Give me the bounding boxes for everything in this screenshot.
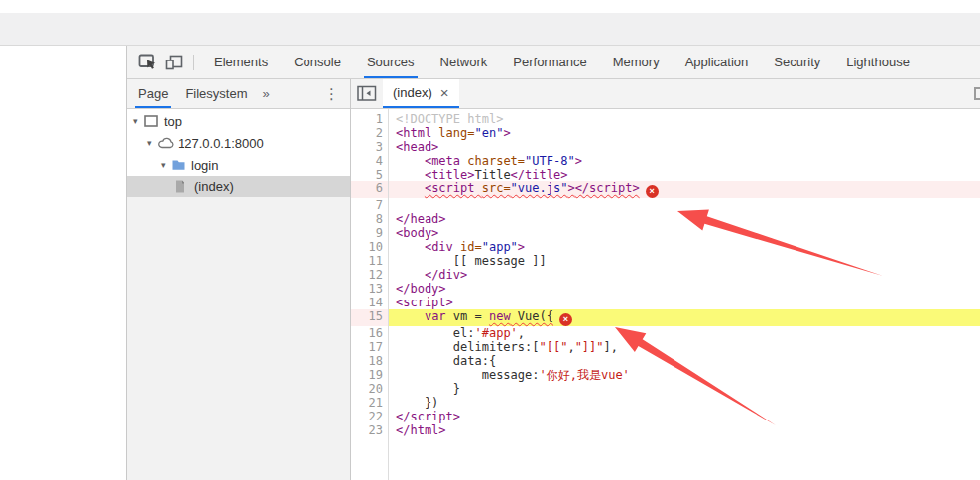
editor-tabbar: (index) × — [351, 79, 980, 109]
navigator-tab-page[interactable]: Page — [129, 79, 177, 108]
line-content[interactable]: } — [388, 382, 980, 396]
line-number[interactable]: 14 — [351, 296, 388, 309]
line-number[interactable]: 20 — [351, 382, 388, 396]
line-number[interactable]: 19 — [351, 368, 388, 382]
tab-performance[interactable]: Performance — [500, 46, 599, 78]
code-line-19: 19 message:'你好,我是vue' — [351, 368, 980, 382]
tab-overflow-chevron[interactable]: » — [257, 86, 276, 101]
navigator-tab-filesystem[interactable]: Filesystem — [177, 79, 256, 108]
navigator-panel: PageFilesystem » ⋮ ▾top▾127.0.0.1:8000▾l… — [127, 79, 351, 480]
line-content[interactable]: </head> — [388, 212, 980, 226]
tree-item-label: (index) — [191, 180, 234, 194]
line-content[interactable]: <meta charset="UTF-8"> — [388, 154, 980, 168]
tab-lighthouse[interactable]: Lighthouse — [833, 46, 922, 78]
file-tab-index[interactable]: (index) × — [383, 79, 459, 108]
line-number[interactable]: 16 — [351, 326, 388, 340]
tab-elements[interactable]: Elements — [201, 46, 281, 78]
line-content[interactable]: <head> — [388, 140, 980, 154]
tab-application[interactable]: Application — [673, 46, 762, 78]
line-number[interactable]: 22 — [351, 410, 388, 423]
expand-triangle-icon[interactable]: ▾ — [133, 116, 144, 126]
line-content[interactable]: <html lang="en"> — [388, 126, 980, 140]
code-line-22: 22</script> — [351, 410, 980, 423]
line-content[interactable]: }) — [388, 396, 980, 410]
code-line-13: 13</body> — [351, 282, 980, 296]
line-content[interactable]: <script src="vue.js"></script>× — [388, 181, 980, 198]
source-editor: (index) × 1<!DOCTYPE html>2<html lang="e… — [351, 79, 980, 480]
tab-console[interactable]: Console — [281, 46, 354, 78]
code-viewer: 1<!DOCTYPE html>2<html lang="en">3<head>… — [351, 109, 980, 480]
line-number[interactable]: 1 — [351, 112, 388, 126]
browser-chrome-band — [0, 13, 980, 46]
tab-sources[interactable]: Sources — [354, 46, 428, 78]
code-line-14: 14<script> — [351, 296, 980, 309]
devtools-toolbar: ElementsConsoleSourcesNetworkPerformance… — [127, 46, 980, 79]
line-content[interactable]: message:'你好,我是vue' — [388, 368, 980, 382]
line-number[interactable]: 5 — [351, 168, 388, 181]
code-line-16: 16 el:'#app', — [351, 326, 980, 340]
code-line-4: 4 <meta charset="UTF-8"> — [351, 154, 980, 168]
navigator-toggle-icon[interactable] — [351, 79, 383, 108]
tree-item--index-[interactable]: (index) — [127, 176, 350, 197]
line-number[interactable]: 15 — [351, 309, 388, 326]
line-number[interactable]: 10 — [351, 240, 388, 254]
code-line-1: 1<!DOCTYPE html> — [351, 112, 980, 126]
code-line-15: 15 var vm = new Vue({× — [351, 309, 980, 326]
error-icon[interactable]: × — [559, 313, 572, 326]
line-content[interactable]: delimiters:["[[","]]"], — [388, 340, 980, 354]
code-line-2: 2<html lang="en"> — [351, 126, 980, 140]
folder-icon — [172, 159, 188, 171]
tab-security[interactable]: Security — [761, 46, 833, 78]
line-content[interactable]: [[ message ]] — [388, 254, 980, 268]
line-number[interactable]: 3 — [351, 140, 388, 154]
inspect-element-icon[interactable] — [135, 50, 161, 75]
line-number[interactable]: 11 — [351, 254, 388, 268]
line-content[interactable]: <div id="app"> — [388, 240, 980, 254]
line-content[interactable]: </html> — [388, 423, 980, 437]
code-line-11: 11 [[ message ]] — [351, 254, 980, 268]
code-line-12: 12 </div> — [351, 268, 980, 282]
code-line-18: 18 data:{ — [351, 354, 980, 368]
line-content[interactable]: <title>Title</title> — [388, 168, 980, 181]
error-icon[interactable]: × — [646, 185, 659, 198]
tree-item-label: top — [161, 114, 182, 129]
line-content[interactable]: </div> — [388, 268, 980, 282]
code-line-9: 9<body> — [351, 226, 980, 240]
device-toolbar-icon[interactable] — [161, 50, 186, 75]
line-content[interactable]: <!DOCTYPE html> — [388, 112, 980, 126]
tree-item-top[interactable]: ▾top — [127, 110, 350, 132]
line-number[interactable]: 13 — [351, 282, 388, 296]
line-number[interactable]: 2 — [351, 126, 388, 140]
line-number[interactable]: 8 — [351, 212, 388, 226]
devtools-panel: ElementsConsoleSourcesNetworkPerformance… — [126, 46, 980, 480]
file-tab-label: (index) — [393, 85, 432, 100]
line-content[interactable]: el:'#app', — [388, 326, 980, 340]
code-line-20: 20 } — [351, 382, 980, 396]
tab-network[interactable]: Network — [428, 46, 501, 78]
line-number[interactable]: 7 — [351, 198, 388, 212]
line-number[interactable]: 17 — [351, 340, 388, 354]
tree-item-label: 127.0.0.1:8000 — [175, 136, 264, 151]
expand-triangle-icon[interactable]: ▾ — [147, 138, 158, 148]
tree-item-127.0.0.1-8000[interactable]: ▾127.0.0.1:8000 — [127, 132, 350, 154]
tree-item-login[interactable]: ▾login — [127, 154, 350, 176]
line-number[interactable]: 12 — [351, 268, 388, 282]
line-content[interactable]: </body> — [388, 282, 980, 296]
line-content[interactable] — [388, 198, 980, 212]
toolbar-divider — [193, 55, 194, 70]
line-content[interactable]: <body> — [388, 226, 980, 240]
line-number[interactable]: 18 — [351, 354, 388, 368]
line-content[interactable]: <script> — [388, 296, 980, 309]
line-number[interactable]: 6 — [351, 181, 388, 198]
line-number[interactable]: 4 — [351, 154, 388, 168]
tab-memory[interactable]: Memory — [600, 46, 673, 78]
line-content[interactable]: </script> — [388, 410, 980, 423]
navigator-more-menu-icon[interactable]: ⋮ — [313, 85, 350, 103]
line-content[interactable]: var vm = new Vue({× — [388, 309, 980, 326]
line-number[interactable]: 21 — [351, 396, 388, 410]
line-number[interactable]: 23 — [351, 423, 388, 437]
close-tab-icon[interactable]: × — [440, 85, 449, 100]
expand-triangle-icon[interactable]: ▾ — [161, 160, 172, 170]
line-number[interactable]: 9 — [351, 226, 388, 240]
line-content[interactable]: data:{ — [388, 354, 980, 368]
